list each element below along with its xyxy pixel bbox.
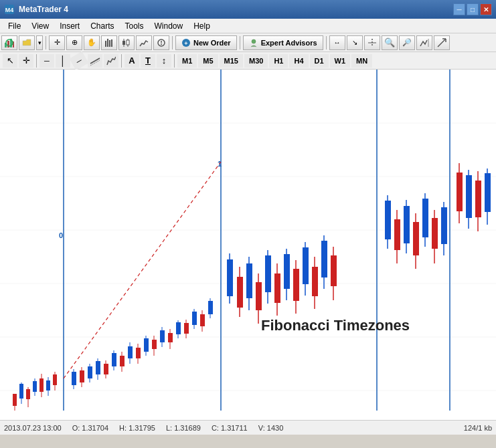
svg-rect-120 <box>394 219 400 250</box>
draw-toolbar: ↖ ✛ ─ │ ─ A T ↕ M1 M5 M15 M30 H1 H4 D1 W… <box>0 52 496 70</box>
svg-rect-128 <box>432 218 438 249</box>
chart-area[interactable]: 0 1 Fibonacci Timezones <box>0 70 496 420</box>
svg-rect-112 <box>312 267 318 296</box>
pen-tool[interactable] <box>104 54 118 68</box>
svg-rect-92 <box>208 301 213 314</box>
bar-chart-btn[interactable] <box>101 35 117 50</box>
draw-sep1 <box>36 54 37 68</box>
svg-rect-66 <box>104 364 108 374</box>
svg-rect-96 <box>237 277 243 308</box>
period-sep-btn[interactable] <box>364 35 380 50</box>
svg-rect-104 <box>274 273 280 303</box>
tf-d1[interactable]: D1 <box>310 54 329 68</box>
tf-m15[interactable]: M15 <box>220 54 243 68</box>
svg-rect-44 <box>13 394 17 406</box>
sep1 <box>46 36 46 49</box>
menu-window[interactable]: Window <box>149 19 189 33</box>
svg-rect-122 <box>404 206 410 243</box>
sep2 <box>172 36 173 49</box>
svg-rect-98 <box>246 263 252 298</box>
expert-advisors-button[interactable]: Expert Advisors <box>243 35 323 50</box>
menu-help[interactable]: Help <box>188 19 216 33</box>
app-title: MetaTrader 4 <box>19 5 453 14</box>
svg-rect-64 <box>96 361 100 374</box>
svg-point-20 <box>252 39 256 43</box>
svg-rect-132 <box>457 173 463 211</box>
line-chart-btn[interactable] <box>136 35 152 50</box>
status-info: 124/1 kb <box>464 424 492 432</box>
svg-rect-8 <box>107 39 108 47</box>
magnify-btn[interactable]: ⊕ <box>66 35 82 50</box>
arrow-mark-tool[interactable]: ↕ <box>157 54 171 68</box>
zoom-out-btn[interactable]: 🔎 <box>399 35 415 50</box>
svg-rect-106 <box>284 254 290 289</box>
status-open: O: 1.31704 <box>72 424 108 432</box>
tf-m1[interactable]: M1 <box>177 54 197 68</box>
tf-h4[interactable]: H4 <box>289 54 308 68</box>
line-tool[interactable]: ─ <box>69 51 88 70</box>
tf-m5[interactable]: M5 <box>198 54 218 68</box>
svg-line-41 <box>64 162 221 378</box>
svg-rect-110 <box>303 247 309 284</box>
svg-rect-138 <box>485 173 491 212</box>
vline-tool[interactable]: │ <box>56 54 70 68</box>
svg-rect-50 <box>33 381 37 392</box>
expert-advisors-label: Expert Advisors <box>261 39 317 47</box>
svg-rect-116 <box>331 255 337 286</box>
svg-rect-80 <box>160 330 165 342</box>
status-low: L: 1.31689 <box>166 424 201 432</box>
open-dropdown-btn[interactable]: ▾ <box>36 35 43 50</box>
candlestick-chart: 0 1 Fibonacci Timezones <box>0 70 496 420</box>
menu-file[interactable]: File <box>3 19 26 33</box>
menu-view[interactable]: View <box>26 19 54 33</box>
new-chart-btn[interactable] <box>1 35 17 50</box>
zoom-in-btn[interactable]: 🔍 <box>382 35 398 50</box>
svg-rect-7 <box>105 41 106 47</box>
indicators-btn[interactable] <box>416 35 432 50</box>
menu-charts[interactable]: Charts <box>85 19 119 33</box>
main-toolbar: ▾ ✛ ⊕ ✋ + New Order Expert Advisors ↔ ↘ … <box>0 33 496 52</box>
svg-text:Fibonacci Timezones: Fibonacci Timezones <box>261 317 410 334</box>
svg-rect-114 <box>321 241 327 277</box>
arrow-tool[interactable]: ↖ <box>3 54 17 68</box>
title-bar: M4 MetaTrader 4 ─ □ ✕ <box>0 0 496 19</box>
menu-tools[interactable]: Tools <box>120 19 149 33</box>
crosshair-tool[interactable]: ✛ <box>19 54 33 68</box>
window-controls: ─ □ ✕ <box>453 3 492 15</box>
channel-tool[interactable] <box>88 54 102 68</box>
menu-insert[interactable]: Insert <box>54 19 85 33</box>
pan-btn[interactable]: ✋ <box>84 35 100 50</box>
svg-rect-102 <box>265 255 271 292</box>
text-tool-T[interactable]: T <box>141 54 155 68</box>
new-order-button[interactable]: + New Order <box>175 35 237 50</box>
chart-shift-btn[interactable]: ↔ <box>329 35 345 50</box>
text-tool-A[interactable]: A <box>125 54 139 68</box>
svg-text:+: + <box>184 40 187 47</box>
tf-m30[interactable]: M30 <box>244 54 268 68</box>
open-btn[interactable] <box>19 35 35 50</box>
tf-mn[interactable]: MN <box>351 54 372 68</box>
svg-rect-86 <box>184 323 189 334</box>
draw-sep2 <box>121 54 122 68</box>
menu-bar: File View Insert Charts Tools Window Hel… <box>0 19 496 33</box>
svg-rect-130 <box>441 207 447 244</box>
tf-w1[interactable]: W1 <box>330 54 351 68</box>
maximize-button[interactable]: □ <box>467 3 479 15</box>
cursor-btn[interactable]: ✛ <box>49 35 65 50</box>
hline-tool[interactable]: ─ <box>39 54 54 68</box>
tf-h1[interactable]: H1 <box>269 54 288 68</box>
status-volume: V: 1430 <box>258 424 284 432</box>
status-datetime: 2013.07.23 13:00 <box>4 424 62 432</box>
candle-btn[interactable] <box>118 35 135 50</box>
new-order-label: New Order <box>193 39 231 47</box>
chart-type-btn[interactable] <box>434 35 450 50</box>
svg-rect-134 <box>466 175 472 218</box>
autoscroll-btn[interactable]: ↘ <box>347 35 363 50</box>
svg-rect-118 <box>385 201 391 239</box>
minimize-button[interactable]: ─ <box>453 3 465 15</box>
svg-rect-124 <box>413 222 419 255</box>
svg-rect-46 <box>19 384 23 399</box>
status-close: C: 1.31711 <box>212 424 248 432</box>
close-button[interactable]: ✕ <box>480 3 492 15</box>
properties-btn[interactable] <box>153 35 169 50</box>
